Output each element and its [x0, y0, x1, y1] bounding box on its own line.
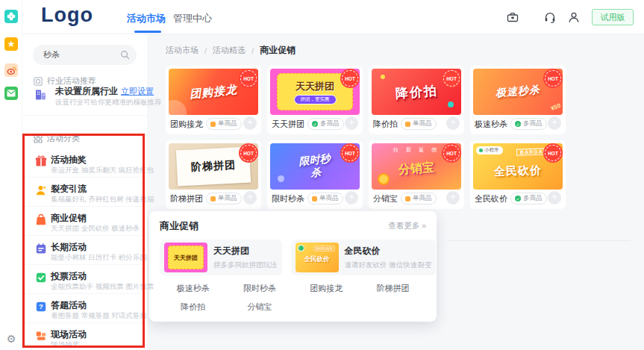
banner-price-tag: ¥50: [549, 102, 561, 112]
activity-card-ladder-groupbuy[interactable]: 阶梯拼团 HOT 阶梯拼团 单商品 +: [166, 140, 261, 209]
hot-badge: HOT: [240, 70, 257, 87]
category-desc: 全能投票助手 视频投票 图片投票: [51, 282, 154, 292]
sidebar-item-vote[interactable]: 投票活动 全能投票助手 视频投票 图片投票: [22, 265, 147, 294]
category-desc: 现场抽奖: [51, 340, 79, 350]
category-name: 商业促销: [51, 212, 87, 225]
toolbox-icon[interactable]: [506, 10, 519, 24]
product-type-badge: 单商品: [206, 118, 242, 130]
card-banner: 阶梯拼团 HOT: [169, 143, 258, 190]
single-product-icon: [405, 196, 410, 201]
content-divider: [448, 240, 631, 241]
hot-badge: HOT: [545, 70, 561, 87]
add-activity-button[interactable]: +: [548, 116, 561, 130]
link-flash-sale[interactable]: 极速秒杀: [160, 283, 226, 294]
activity-card-timed-seckill[interactable]: 限时秒杀 HOT 限时秒杀 单商品 +: [267, 140, 363, 209]
clover-app-icon[interactable]: [4, 10, 18, 23]
multi-product-icon: ✓: [515, 121, 521, 127]
tab-activity-market[interactable]: 活动市场: [127, 12, 166, 25]
breadcrumb-item-current: 商业促销: [260, 44, 296, 57]
activity-card-group-chain[interactable]: 团购接龙 HOT 团购接龙 单商品 +: [166, 66, 261, 134]
card-title: 分销宝: [373, 193, 398, 204]
trial-version-button[interactable]: 试用版: [592, 9, 634, 25]
user-account-icon[interactable]: [567, 10, 581, 24]
view-more-link[interactable]: 查看更多 »: [388, 221, 426, 231]
card-banner: 极速秒杀 ¥50 HOT: [473, 69, 563, 115]
sidebar-item-quiz[interactable]: ? 答题活动 看图答题 常规答题 对话式答题: [22, 294, 147, 323]
headset-support-icon[interactable]: [543, 10, 557, 24]
banner-text: 团购接龙: [189, 82, 238, 101]
breadcrumb-item-market[interactable]: 活动市场: [166, 45, 198, 56]
hot-badge: HOT: [240, 145, 257, 161]
activity-card-flash-sale[interactable]: 极速秒杀 ¥50 HOT 极速秒杀 ✓多商品 +: [470, 66, 566, 134]
product-type-badge: ✓多商品: [510, 193, 547, 204]
link-ladder-groupbuy[interactable]: 阶梯拼团: [360, 283, 426, 294]
category-desc: 天天拼团 全民砍价 极速秒杀: [51, 224, 140, 234]
card-banner: 天天拼团 拼团，更实惠 HOT: [270, 69, 360, 115]
add-activity-button[interactable]: +: [243, 116, 257, 130]
card-banner: 拉 新 返 佣 分销宝 HOT: [372, 143, 461, 190]
link-distribution[interactable]: 分销宝: [226, 301, 293, 313]
add-activity-button[interactable]: +: [548, 191, 561, 204]
hot-badge: HOT: [545, 145, 561, 161]
link-group-chain[interactable]: 团购接龙: [293, 283, 360, 294]
featured-desc: 邀请好友砍价 微信快速裂变: [345, 260, 432, 270]
weibo-eye-icon: [7, 66, 16, 75]
featured-thumbnail: 天天拼团: [164, 243, 207, 272]
breadcrumb-separator: /: [204, 46, 207, 55]
single-product-icon: [312, 196, 317, 201]
card-title: 限时秒杀: [272, 193, 304, 204]
weibo-app-icon[interactable]: [4, 63, 18, 77]
flyout-title: 商业促销: [160, 219, 198, 233]
banner-slogan: 拼团，更实惠: [294, 95, 337, 104]
add-activity-button[interactable]: +: [243, 191, 257, 204]
active-tab-underline: [134, 31, 161, 33]
card-title: 全民砍价: [475, 193, 507, 204]
mail-app-icon[interactable]: [4, 87, 18, 100]
thumb-ribbon: BARGAIN: [313, 246, 335, 251]
link-price-drop[interactable]: 降价拍: [160, 301, 226, 313]
sidebar-item-lottery[interactable]: 活动抽奖 幸运开盒 抽奖乐翻天 疯狂抢红包: [22, 149, 147, 178]
mini-program-icon: [479, 149, 483, 152]
category-name: 现场活动: [51, 328, 87, 341]
banner-text: 阶梯拼团: [191, 158, 237, 174]
industry-icon: [34, 77, 43, 86]
sidebar-item-promotion[interactable]: 商业促销 天天拼团 全民砍价 极速秒杀: [22, 207, 147, 236]
add-activity-button[interactable]: +: [446, 116, 460, 130]
featured-desc: 拼多多同款拼团玩法: [213, 260, 278, 270]
featured-bargain[interactable]: BARGAIN 全民砍价 全民砍价 邀请好友砍价 微信快速裂变: [291, 240, 437, 275]
link-timed-seckill[interactable]: 限时秒杀: [226, 283, 293, 294]
activity-card-bargain[interactable]: 小程序 BARGAIN 全民砍价 HOT 全民砍价 ✓多商品 +: [470, 140, 566, 209]
blocks-icon: [35, 330, 47, 342]
category-name: 裂变引流: [51, 183, 87, 196]
breadcrumb: 活动市场 / 活动精选 / 商业促销: [166, 44, 296, 57]
card-title: 极速秒杀: [475, 119, 507, 130]
sidebar-item-fission[interactable]: 裂变引流 集福赢好礼 齐种红包树 传递祝福: [22, 178, 147, 207]
featured-daily-groupbuy[interactable]: 天天拼团 天天拼团 拼多多同款拼团玩法: [160, 240, 282, 275]
settings-gear-icon[interactable]: ⚙: [4, 332, 18, 346]
star-app-icon[interactable]: ★: [4, 37, 18, 51]
featured-title: 全民砍价: [345, 245, 432, 257]
add-activity-button[interactable]: +: [345, 116, 358, 130]
building-icon: [34, 87, 48, 101]
banner-text: 限时秒杀: [297, 152, 333, 181]
sidebar-item-longterm[interactable]: 长期活动 能量小树林 日历打卡 积分乐园: [22, 236, 147, 265]
breadcrumb-item-featured[interactable]: 活动精选: [213, 45, 246, 56]
add-activity-button[interactable]: +: [345, 191, 358, 204]
add-activity-button[interactable]: +: [446, 191, 460, 204]
category-desc: 幸运开盒 抽奖乐翻天 疯狂抢红包: [51, 166, 154, 175]
set-industry-link[interactable]: 立即设置: [121, 86, 154, 97]
tab-management-center[interactable]: 管理中心: [173, 12, 212, 25]
breadcrumb-separator: /: [251, 46, 254, 55]
card-title: 天天拼团: [272, 119, 304, 130]
promotion-flyout-panel: 商业促销 查看更多 » 天天拼团 天天拼团 拼多多同款拼团玩法 BARGAIN …: [149, 211, 437, 322]
search-icon[interactable]: [120, 50, 130, 60]
category-desc: 集福赢好礼 齐种红包树 传递祝福: [51, 195, 154, 204]
activity-card-daily-groupbuy[interactable]: 天天拼团 拼团，更实惠 HOT 天天拼团 ✓多商品 +: [267, 66, 363, 134]
category-desc: 看图答题 常规答题 对话式答题: [51, 311, 147, 321]
sidebar-item-onsite[interactable]: 现场活动 现场抽奖: [22, 323, 147, 350]
gift-icon: [35, 155, 47, 167]
multi-product-icon: ✓: [312, 121, 318, 127]
activity-card-price-drop[interactable]: 降价拍 HOT 降价拍 单商品 +: [369, 66, 464, 134]
industry-notice-desc: 设置行业可给你更精准的模板推荐: [55, 98, 162, 107]
activity-card-distribution[interactable]: 拉 新 返 佣 分销宝 HOT 分销宝 单商品 +: [369, 140, 464, 209]
